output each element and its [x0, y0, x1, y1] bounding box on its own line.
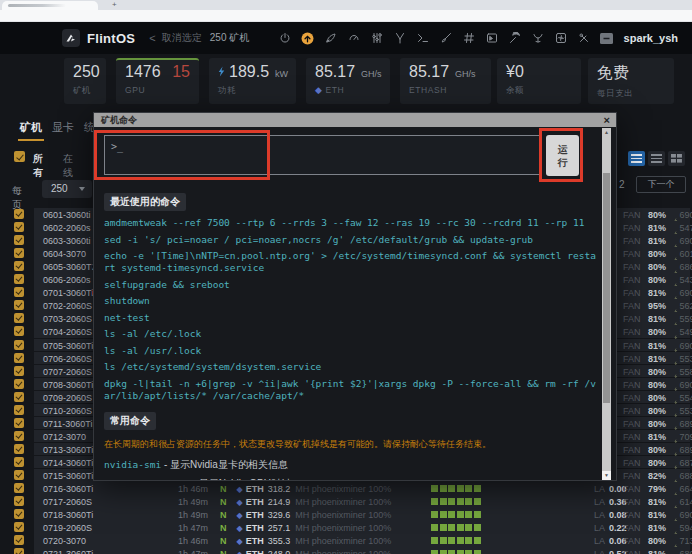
- miner-id: 0701-3060Ti: [43, 288, 93, 298]
- scroll-up-icon[interactable]: ▲: [602, 128, 611, 137]
- miner-checkbox[interactable]: [14, 535, 24, 545]
- online-flag: N: [220, 510, 227, 520]
- fan-percent: 82%: [638, 471, 666, 481]
- recent-command[interactable]: ls -al /usr/.lock: [104, 345, 597, 357]
- miner-software: MH phoenixminer 100%: [295, 523, 391, 533]
- scroll-down-icon[interactable]: ▼: [602, 471, 611, 480]
- scrollbar-thumb[interactable]: [603, 173, 610, 403]
- miner-id: 0715-3060Ti: [43, 471, 93, 481]
- uptime: 1h 46m: [160, 484, 208, 494]
- recent-command[interactable]: ls -al /etc/.lock: [104, 328, 597, 340]
- gpu-status-squares: [431, 524, 481, 531]
- eth-diamond-icon: ◆: [237, 511, 243, 520]
- miner-checkbox[interactable]: [14, 431, 24, 441]
- recent-command[interactable]: selfupgrade && sreboot: [104, 279, 597, 291]
- recent-command[interactable]: amdmemtweak --ref 7500 --rtp 6 --rrds 3 …: [104, 217, 597, 229]
- miner-id: 0721-3060Ti: [43, 549, 93, 554]
- online-flag: N: [220, 523, 227, 533]
- online-flag: N: [220, 549, 227, 554]
- miner-checkbox[interactable]: [14, 300, 24, 310]
- dialog-body: 最近使用的命令 amdmemtweak --ref 7500 --rtp 6 -…: [104, 191, 597, 481]
- miner-checkbox[interactable]: [14, 209, 24, 219]
- miner-id: 0708-3060Ti: [43, 380, 93, 390]
- recent-command[interactable]: net-test: [104, 312, 597, 324]
- coin-label: ETH: [246, 549, 264, 554]
- fan-percent: 80%: [638, 249, 666, 259]
- miner-row[interactable]: 0718-3060Ti 1h 49m N ◆ ETH 329.6 MH phoe…: [0, 508, 692, 521]
- uptime: 1h 47m: [160, 523, 208, 533]
- uptime: 1h 49m: [160, 510, 208, 520]
- miner-id: 0704-2060S: [43, 327, 92, 337]
- fan-percent: 80%: [638, 380, 666, 390]
- miner-checkbox[interactable]: [14, 418, 24, 428]
- miner-checkbox[interactable]: [14, 522, 24, 532]
- miner-id: 0718-3060Ti: [43, 510, 93, 520]
- miner-id: 0604-3070: [43, 249, 86, 259]
- miner-checkbox[interactable]: [14, 405, 24, 415]
- fan-percent: 81%: [638, 549, 666, 554]
- miner-software: MH phoenixminer 100%: [295, 484, 391, 494]
- miner-id: 0707-2060S: [43, 367, 92, 377]
- fan-percent: 80%: [638, 445, 666, 455]
- miner-checkbox[interactable]: [14, 483, 24, 493]
- miner-checkbox[interactable]: [14, 366, 24, 376]
- miner-checkbox[interactable]: [14, 379, 24, 389]
- miner-checkbox[interactable]: [14, 353, 24, 363]
- power-draw: 680.0 W: [680, 549, 692, 554]
- gpu-status-squares: [431, 537, 481, 544]
- recent-command[interactable]: sed -i 's/ pci=noaer / pci=noaer,nocrs /…: [104, 234, 597, 246]
- miner-checkbox[interactable]: [14, 222, 24, 232]
- miner-command-dialog: 矿机命令 × 运行 最近使用的命令 amdmemtweak --ref 7500…: [93, 112, 617, 481]
- miner-checkbox[interactable]: [14, 470, 24, 480]
- run-button[interactable]: 运行: [546, 135, 579, 176]
- miner-checkbox[interactable]: [14, 287, 24, 297]
- miner-checkbox[interactable]: [14, 326, 24, 336]
- miner-checkbox[interactable]: [14, 248, 24, 258]
- miner-software: MH phoenixminer 100%: [295, 510, 391, 520]
- miner-checkbox[interactable]: [14, 496, 24, 506]
- fan-percent: 80%: [638, 275, 666, 285]
- recent-command[interactable]: shutdown: [104, 295, 597, 307]
- miner-checkbox[interactable]: [14, 340, 24, 350]
- miner-checkbox[interactable]: [14, 444, 24, 454]
- miner-row[interactable]: 0716-3060Ti 1h 46m N ◆ ETH 318.2 MH phoe…: [0, 482, 692, 495]
- miner-id: 0712-3070: [43, 432, 86, 442]
- flintos-dashboard: + FlintOS < 取消选定 250 矿机 spark_ysh 250 矿机…: [0, 0, 692, 554]
- miner-software: MH phoenixminer 100%: [295, 536, 391, 546]
- miner-row[interactable]: 0719-2060S 1h 47m N ◆ ETH 257.1 MH phoen…: [0, 521, 692, 534]
- miner-checkbox[interactable]: [14, 509, 24, 519]
- fan-percent: 80%: [638, 262, 666, 272]
- miner-row[interactable]: 0720-3070 1h 46m N ◆ ETH 355.3 MH phoeni…: [0, 534, 692, 547]
- fan-percent: 81%: [638, 510, 666, 520]
- fan-percent: 81%: [638, 523, 666, 533]
- recent-command[interactable]: echo -e '[Time]\nNTP=cn.pool.ntp.org' > …: [104, 250, 597, 274]
- close-icon[interactable]: ×: [604, 113, 610, 127]
- miner-checkbox[interactable]: [14, 457, 24, 467]
- common-command[interactable]: nvidia-smi - 显示Nvidia显卡的相关信息: [104, 458, 597, 472]
- miner-checkbox[interactable]: [14, 235, 24, 245]
- eth-diamond-icon: ◆: [237, 550, 243, 554]
- recent-command[interactable]: ls /etc/systemd/system/dsystem.service: [104, 361, 597, 373]
- fan-percent: 81%: [638, 223, 666, 233]
- miner-id: 0709-2060S: [43, 393, 92, 403]
- recent-commands-header: 最近使用的命令: [104, 193, 186, 211]
- miner-checkbox[interactable]: [14, 548, 24, 554]
- miner-row[interactable]: 0717-2060S 1h 49m N ◆ ETH 214.9 MH phoen…: [0, 495, 692, 508]
- uptime: 1h 47m: [160, 549, 208, 554]
- recent-commands-list: amdmemtweak --ref 7500 --rtp 6 --rrds 3 …: [104, 217, 597, 402]
- miner-checkbox[interactable]: [14, 313, 24, 323]
- online-flag: N: [220, 484, 227, 494]
- miner-checkbox[interactable]: [14, 392, 24, 402]
- fan-percent: 80%: [638, 210, 666, 220]
- common-command[interactable]: nvtool --clocks - 显示Nvidia GPU时钟: [104, 477, 597, 481]
- miner-id: 0711-3060Ti: [43, 419, 93, 429]
- recent-command[interactable]: dpkg -l|tail -n +6|grep -v ^ii|awk '{pri…: [104, 378, 597, 402]
- uptime: 1h 46m: [160, 536, 208, 546]
- miner-row[interactable]: 0721-3060Ti 1h 47m N ◆ ETH 248.0 MH phoe…: [0, 547, 692, 554]
- miner-checkbox[interactable]: [14, 261, 24, 271]
- dialog-scrollbar[interactable]: ▲ ▼: [602, 128, 611, 480]
- online-flag: N: [220, 497, 227, 507]
- miner-id: 0716-3060Ti: [43, 484, 93, 494]
- miner-checkbox[interactable]: [14, 274, 24, 284]
- command-input[interactable]: [104, 135, 541, 175]
